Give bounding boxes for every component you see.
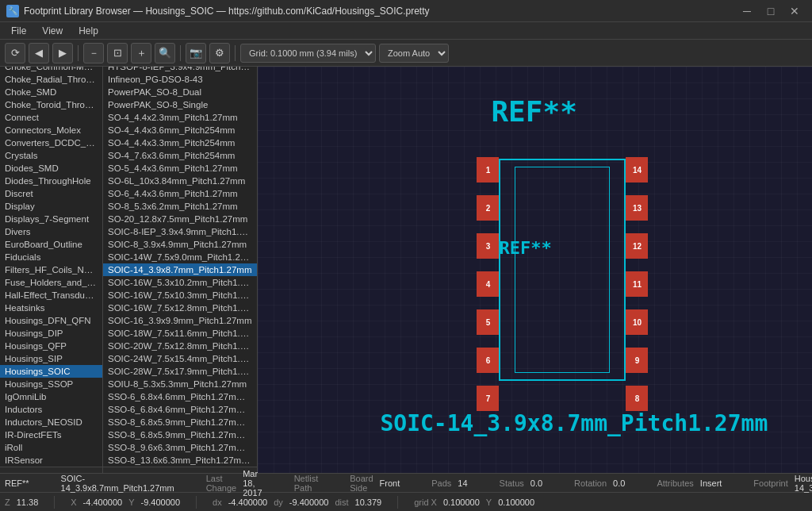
lib-item[interactable]: IRSensor xyxy=(0,454,102,467)
fp-item[interactable]: SSO-8_13.6x6.3mm_Pitch1.27mm_Clearan xyxy=(103,454,257,467)
lib-item[interactable]: IgOmniLib xyxy=(0,390,102,403)
status-row2-div2 xyxy=(196,496,197,509)
fp-item[interactable]: SOIC-8_3.9x4.9mm_Pitch1.27mm xyxy=(103,238,257,251)
forward-button[interactable]: ▶ xyxy=(52,43,73,63)
fp-item[interactable]: PowerPAK_SO-8_Dual xyxy=(103,86,257,98)
lib-item[interactable]: Diodes_ThroughHole xyxy=(0,175,102,187)
lib-item[interactable]: Crystals xyxy=(0,149,102,162)
lib-item[interactable]: Housings_QFP xyxy=(0,340,102,352)
menu-bar: File View Help xyxy=(0,22,812,40)
lib-item[interactable]: Housings_DFN_QFN xyxy=(0,314,102,327)
zoom-select[interactable]: Zoom Auto xyxy=(379,44,449,63)
fp-item[interactable]: SOIU-8_5.3x5.3mm_Pitch1.27mm xyxy=(103,378,257,390)
lib-item[interactable]: Heatsinks xyxy=(0,302,102,314)
lib-item[interactable]: IR-DirectFETs xyxy=(0,428,102,441)
lib-item[interactable]: EuroBoard_Outline xyxy=(0,238,102,251)
status-ref-section: REF** xyxy=(5,478,29,488)
fp-item[interactable]: SO-6_4.4x3.6mm_Pitch1.27mm xyxy=(103,187,257,200)
refresh-button[interactable]: ⟳ xyxy=(5,43,25,63)
menu-help[interactable]: Help xyxy=(71,24,106,38)
ref-text-main: REF** xyxy=(491,95,576,128)
fp-item[interactable]: SOIC-20W_7.5x12.8mm_Pitch1.27mm xyxy=(103,340,257,352)
lib-item[interactable]: Diodes_SMD xyxy=(0,162,102,175)
fp-item[interactable]: SOIC-8-IEP_3.9x4.9mm_Pitch1.27mm xyxy=(103,225,257,238)
fp-item[interactable]: SO-4_7.6x3.6mm_Pitch254mm xyxy=(103,149,257,162)
fp-item[interactable]: SOIC-16W_5.3x10.2mm_Pitch1.27mm xyxy=(103,276,257,289)
lib-item[interactable]: Converters_DCDC_ACDC xyxy=(0,136,102,149)
footprint-list[interactable]: Diodes_PSOP-8HSOP-20-IEP_11.0x15.9mm_Pit… xyxy=(103,67,257,467)
fp-item[interactable]: SOIC-16W_7.5x12.8mm_Pitch1.27mm xyxy=(103,302,257,314)
lib-item[interactable]: Inductors_NEOSID xyxy=(0,416,102,428)
fp-item[interactable]: SOIC-24W_7.5x15.4mm_Pitch1.27mm xyxy=(103,352,257,365)
back-button[interactable]: ◀ xyxy=(29,43,49,63)
lib-item[interactable]: Choke_Toroid_ThroughHol xyxy=(0,98,102,111)
lib-item[interactable]: Housings_SOIC xyxy=(0,365,102,378)
fp-item[interactable]: SO-5_4.4x3.6mm_Pitch1.27mm xyxy=(103,162,257,175)
fp-item[interactable]: PowerPAK_SO-8_Single xyxy=(103,98,257,111)
fp-item[interactable]: SSO-8_9.6x6.3mm_Pitch1.27mm_Clearance xyxy=(103,441,257,454)
app-icon: 🔧 xyxy=(6,5,19,17)
fp-item[interactable]: Infineon_PG-DSO-8-43 xyxy=(103,73,257,86)
lib-item[interactable]: Divers xyxy=(0,225,102,238)
fp-item[interactable]: SOIC-14W_7.5x9.0mm_Pitch1.27mm xyxy=(103,251,257,263)
zoom-in-button[interactable]: ＋ xyxy=(131,43,151,63)
lib-item[interactable]: Fiducials xyxy=(0,251,102,263)
fp-item[interactable]: SOIC-28W_7.5x17.9mm_Pitch1.27mm xyxy=(103,365,257,378)
library-list[interactable]: Air_Coils_SML_NEOSIDButtons_Switches_SMD… xyxy=(0,67,102,467)
lib-item[interactable]: Choke_Common-Mode_Wu xyxy=(0,67,102,73)
fp-item[interactable]: SSO-6_6.8x4.6mm_Pitch1.27mm_Clearance xyxy=(103,403,257,416)
fp-item[interactable]: SOIC-16W_7.5x10.3mm_Pitch1.27mm xyxy=(103,289,257,302)
close-button[interactable]: ✕ xyxy=(783,0,806,22)
lib-item[interactable]: Hall-Effect_Transducers_LE xyxy=(0,289,102,302)
lib-scroll-x[interactable] xyxy=(0,467,102,473)
menu-file[interactable]: File xyxy=(3,24,34,38)
lib-item[interactable]: Housings_SSOP xyxy=(0,378,102,390)
lib-item[interactable]: Inductors xyxy=(0,403,102,416)
grid-select[interactable]: Grid: 0.1000 mm (3.94 mils) xyxy=(240,44,376,63)
fp-item[interactable]: HTSOP-8-IEP_3.9x4.9mm_Pitch1.27mm_Tr xyxy=(103,67,257,73)
menu-view[interactable]: View xyxy=(34,24,71,38)
pad-2: 2 xyxy=(477,195,499,221)
lib-item[interactable]: Fuse_Holders_and_Fuses xyxy=(0,276,102,289)
settings-button[interactable]: ⚙ xyxy=(209,43,230,63)
lib-item[interactable]: Discret xyxy=(0,187,102,200)
fp-item[interactable]: SSO-6_6.8x4.6mm_Pitch1.27mm_Clearance xyxy=(103,390,257,403)
fp-item[interactable]: SOIC-14_3.9x8.7mm_Pitch1.27mm xyxy=(103,263,257,276)
minimize-button[interactable]: ─ xyxy=(736,0,758,22)
zoom-fit-button[interactable]: ⊡ xyxy=(107,43,128,63)
zoom-out-button[interactable]: － xyxy=(83,43,104,63)
fp-item[interactable]: SO-8_5.3x6.2mm_Pitch1.27mm xyxy=(103,200,257,213)
pad-5: 5 xyxy=(477,309,499,335)
lib-item[interactable]: Housings_SIP xyxy=(0,352,102,365)
export-button[interactable]: 📷 xyxy=(186,43,206,63)
footprint-label: Footprint xyxy=(753,478,787,488)
footprint-panel: Diodes_PSOP-8HSOP-20-IEP_11.0x15.9mm_Pit… xyxy=(103,67,258,473)
pads-label: Pads xyxy=(431,478,451,488)
pad-13: 13 xyxy=(626,195,648,221)
zoom-select-button[interactable]: 🔍 xyxy=(155,43,175,63)
fp-item[interactable]: SOIC-16_3.9x9.9mm_Pitch1.27mm xyxy=(103,314,257,327)
pad-6: 6 xyxy=(477,348,499,373)
fp-item[interactable]: SO-20_12.8x7.5mm_Pitch1.27mm xyxy=(103,213,257,225)
grid-y-label: Y xyxy=(486,498,492,507)
z-section: Z 11.38 xyxy=(5,498,38,507)
restore-button[interactable]: □ xyxy=(760,0,782,22)
lib-item[interactable]: Filters_HF_Coils_NEOSID xyxy=(0,263,102,276)
fp-item[interactable]: SO-4_4.4x3.3mm_Pitch254mm xyxy=(103,136,257,149)
fp-item[interactable]: SOIC-18W_7.5x11.6mm_Pitch1.27mm xyxy=(103,327,257,340)
lib-item[interactable]: Housings_DIP xyxy=(0,327,102,340)
fp-item[interactable]: SO-6L_10x3.84mm_Pitch1.27mm xyxy=(103,175,257,187)
lib-item[interactable]: iRoll xyxy=(0,441,102,454)
fp-item[interactable]: SO-4_4.4x2.3mm_Pitch1.27mm xyxy=(103,111,257,124)
dy-label: dx xyxy=(213,498,222,507)
lib-item[interactable]: Displays_7-Segment xyxy=(0,213,102,225)
fp-item[interactable]: SSO-8_6.8x5.9mm_Pitch1.27mm_Clearance xyxy=(103,428,257,441)
lib-item[interactable]: Connectors_Molex xyxy=(0,124,102,136)
fp-item[interactable]: SSO-8_6.8x5.9mm_Pitch1.27mm_Clearance xyxy=(103,416,257,428)
lib-item[interactable]: Choke_SMD xyxy=(0,86,102,98)
fp-item[interactable]: SO-4_4.4x3.6mm_Pitch254mm xyxy=(103,124,257,136)
lib-item[interactable]: Choke_Radial_ThroughHole xyxy=(0,73,102,86)
lib-item[interactable]: Display xyxy=(0,200,102,213)
lib-item[interactable]: Connect xyxy=(0,111,102,124)
toolbar-sep1 xyxy=(78,45,79,61)
